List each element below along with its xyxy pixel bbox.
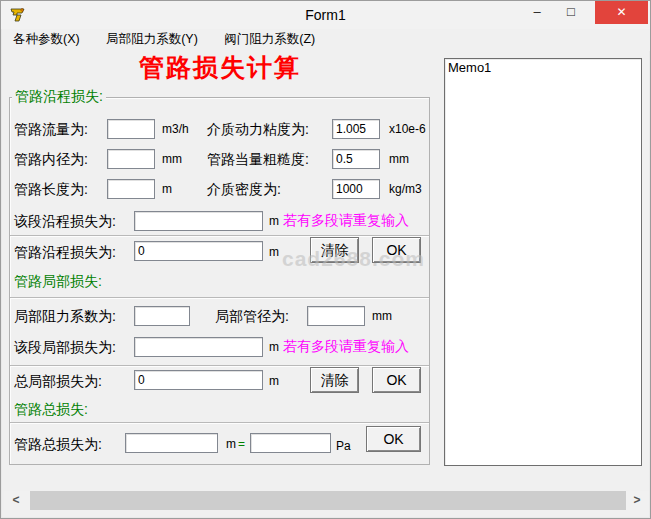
local-total-label: 总局部损失为: <box>14 372 102 390</box>
local-clear-button[interactable]: 清除 <box>310 367 359 393</box>
length-unit: m <box>162 182 172 196</box>
grand-total-label: 管路总损失为: <box>14 435 102 453</box>
friction-segment-input[interactable] <box>134 211 263 231</box>
diameter-unit: mm <box>162 152 182 166</box>
friction-repeat-hint: 若有多段请重复输入 <box>283 212 409 230</box>
local-ok-button[interactable]: OK <box>372 367 421 393</box>
roughness-label: 管路当量粗糙度: <box>207 150 309 168</box>
grand-total-m-unit: m <box>226 437 236 451</box>
length-input[interactable] <box>107 179 155 199</box>
total-section-caption: 管路总损失: <box>14 401 88 419</box>
friction-clear-button[interactable]: 清除 <box>310 237 359 263</box>
local-segment-label: 该段局部损失为: <box>14 338 116 356</box>
friction-section-caption: 管路沿程损失: <box>12 88 106 106</box>
density-input[interactable] <box>332 179 380 199</box>
form-window: Form1 – □ ✕ 各种参数(X) 局部阻力系数(Y) 阀门阻力系数(Z) … <box>0 0 651 519</box>
scrollbar-thumb[interactable] <box>30 491 626 510</box>
local-segment-unit: m <box>269 340 279 354</box>
density-label: 介质密度为: <box>207 180 281 198</box>
friction-total-input[interactable] <box>134 241 263 261</box>
roughness-unit: mm <box>389 152 409 166</box>
local-repeat-hint: 若有多段请重复输入 <box>283 338 409 356</box>
friction-ok-button[interactable]: OK <box>372 237 421 263</box>
minimize-button[interactable]: – <box>521 1 553 24</box>
grand-total-pa-input[interactable] <box>250 433 331 453</box>
maximize-button[interactable]: □ <box>553 1 589 24</box>
local-total-unit: m <box>269 374 279 388</box>
local-coeff-input[interactable] <box>134 306 190 326</box>
local-pipe-dia-unit: mm <box>372 309 392 323</box>
flow-unit: m3/h <box>162 122 189 136</box>
menu-item-local-resistance[interactable]: 局部阻力系数(Y) <box>95 29 209 51</box>
diameter-input[interactable] <box>107 149 155 169</box>
menu-item-parameters[interactable]: 各种参数(X) <box>2 29 91 51</box>
scroll-left-icon[interactable]: < <box>6 491 26 510</box>
pipe-loss-groupbox: 管路沿程损失: 管路流量为: m3/h 介质动力粘度为: x10e-6 管路内径… <box>9 97 430 465</box>
separator <box>10 297 429 299</box>
grand-total-pa-unit: Pa <box>336 439 351 453</box>
equals-sign: = <box>238 437 245 451</box>
local-pipe-dia-label: 局部管径为: <box>215 307 289 325</box>
length-label: 管路长度为: <box>14 180 88 198</box>
density-unit: kg/m3 <box>389 182 422 196</box>
flow-input[interactable] <box>107 119 155 139</box>
friction-segment-unit: m <box>269 214 279 228</box>
grand-total-m-input[interactable] <box>125 433 218 453</box>
local-section-caption: 管路局部损失: <box>14 273 102 291</box>
viscosity-input[interactable] <box>332 119 380 139</box>
friction-segment-label: 该段沿程损失为: <box>14 212 116 230</box>
friction-total-unit: m <box>269 245 279 259</box>
memo-textarea[interactable]: Memo1 <box>444 58 642 466</box>
total-ok-button[interactable]: OK <box>366 426 421 452</box>
page-title: 管路损失计算 <box>9 51 431 84</box>
flow-label: 管路流量为: <box>14 120 88 138</box>
separator <box>10 365 429 367</box>
viscosity-unit: x10e-6 <box>389 122 426 136</box>
separator <box>10 422 429 424</box>
friction-total-label: 管路沿程损失为: <box>14 243 116 261</box>
title-bar: Form1 – □ ✕ <box>1 1 650 29</box>
separator <box>10 235 429 237</box>
diameter-label: 管路内径为: <box>14 150 88 168</box>
local-pipe-dia-input[interactable] <box>307 306 365 326</box>
local-coeff-label: 局部阻力系数为: <box>14 307 116 325</box>
menu-item-valve-resistance[interactable]: 阀门阻力系数(Z) <box>213 29 326 51</box>
viscosity-label: 介质动力粘度为: <box>207 120 309 138</box>
menu-bar: 各种参数(X) 局部阻力系数(Y) 阀门阻力系数(Z) <box>2 29 650 51</box>
horizontal-scrollbar: < > <box>4 491 649 510</box>
roughness-input[interactable] <box>332 149 380 169</box>
close-button[interactable]: ✕ <box>595 1 648 24</box>
local-segment-input[interactable] <box>134 337 263 357</box>
scroll-right-icon[interactable]: > <box>627 491 647 510</box>
local-total-input[interactable] <box>134 370 263 390</box>
